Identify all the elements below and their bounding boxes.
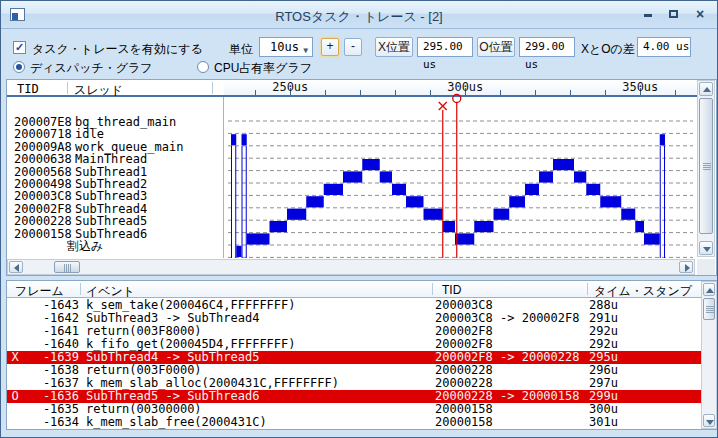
frame-cell: -1634 xyxy=(21,416,79,429)
table-vscroll-thumb[interactable] xyxy=(703,298,715,320)
scroll-up-button[interactable] xyxy=(703,283,715,296)
exec-block xyxy=(362,159,380,170)
thumb-grip-icon xyxy=(706,306,714,313)
thread-tid: 20000718 xyxy=(14,128,72,140)
graph-vscroll-thumb[interactable] xyxy=(699,98,713,234)
idle-spike-block xyxy=(660,134,665,145)
thread-list-row[interactable]: 割込み xyxy=(7,240,223,253)
timestamp-cell: 301u xyxy=(589,416,618,429)
x-position-value: 295.00 us xyxy=(417,37,473,57)
exec-block xyxy=(586,184,600,195)
thread-tid: 200003C8 xyxy=(14,190,72,202)
arrow-up-icon xyxy=(703,87,711,92)
dispatch-plot[interactable] xyxy=(224,92,697,258)
thread-tid: 20000568 xyxy=(14,166,72,178)
thread-name: SubThread6 xyxy=(75,228,147,240)
event-cell: k_mem_slab_free(2000431C) xyxy=(86,416,267,429)
rtos-task-trace-window: RTOSタスク・トレース - [2] × ✓ タスク・トレースを有効にする 単位… xyxy=(0,0,718,438)
graph-hscroll-thumb[interactable] xyxy=(54,261,80,273)
exec-block xyxy=(247,233,270,244)
minimize-icon xyxy=(644,14,652,17)
thread-name: SubThread1 xyxy=(75,166,147,178)
scroll-up-button[interactable] xyxy=(699,82,713,96)
chevron-down-icon: ▼ xyxy=(303,42,308,60)
unit-label: 単位 xyxy=(229,41,253,58)
scroll-down-button[interactable] xyxy=(699,241,713,255)
table-row[interactable]: -1634k_mem_slab_free(2000431C)2000015830… xyxy=(7,416,701,429)
thread-name: MainThread xyxy=(75,153,147,165)
exec-block xyxy=(443,221,455,232)
trace-enable-label: タスク・トレースを有効にする xyxy=(32,41,203,58)
check-icon: ✓ xyxy=(15,41,24,53)
exec-block xyxy=(343,171,362,182)
idle-spike-block xyxy=(231,134,236,145)
window-title: RTOSタスク・トレース - [2] xyxy=(1,8,717,26)
cpu-usage-radio[interactable] xyxy=(197,61,209,73)
trace-enable-checkbox[interactable]: ✓ xyxy=(13,41,26,54)
graph-hscrollbar[interactable] xyxy=(7,259,695,275)
scroll-left-button[interactable] xyxy=(9,261,23,273)
exec-block xyxy=(553,159,574,170)
exec-block xyxy=(644,233,660,244)
dispatch-graph-label: ディスパッチ・グラフ xyxy=(30,60,153,77)
unit-select[interactable]: 10us ▼ xyxy=(259,37,313,57)
scroll-right-button[interactable] xyxy=(679,261,693,273)
arrow-down-icon xyxy=(706,420,714,425)
cpu-usage-label: CPU占有率グラフ xyxy=(214,60,312,77)
thread-name: SubThread2 xyxy=(75,178,147,190)
thread-name: idle xyxy=(75,128,104,140)
column-divider xyxy=(212,82,213,94)
graph-vscrollbar[interactable] xyxy=(697,80,715,257)
tid-cell: 20000158 xyxy=(435,416,493,429)
xo-diff-value: 4.00 us xyxy=(637,37,691,57)
radio-dot-icon xyxy=(16,64,22,70)
o-marker-icon xyxy=(453,95,461,103)
scroll-down-button[interactable] xyxy=(703,414,715,427)
row-marker: X xyxy=(9,351,21,364)
x-position-button[interactable]: X位置 xyxy=(375,37,413,57)
table-vscrollbar[interactable] xyxy=(701,281,717,429)
thread-tid: 200002F8 xyxy=(14,203,72,215)
event-table-header: フレーム イベント TID タイム・スタンプ xyxy=(7,281,701,298)
exec-block xyxy=(474,221,493,232)
maximize-icon xyxy=(669,10,678,18)
dispatch-graph-radio[interactable] xyxy=(13,61,25,73)
thread-tid: 20000498 xyxy=(14,178,72,190)
exec-block xyxy=(380,171,392,182)
titlebar[interactable]: RTOSタスク・トレース - [2] × xyxy=(1,1,717,29)
exec-block xyxy=(406,196,424,207)
exec-block xyxy=(494,209,510,220)
exec-block xyxy=(621,209,635,220)
exec-block xyxy=(236,246,241,257)
o-position-value: 299.00 us xyxy=(519,37,575,57)
exec-block xyxy=(287,209,306,220)
arrow-left-icon xyxy=(14,264,19,272)
xo-diff-label: XとOの差 xyxy=(581,41,635,58)
unit-select-value: 10us xyxy=(270,40,299,54)
thumb-grip-icon xyxy=(703,163,711,170)
exec-block xyxy=(600,196,621,207)
thread-name: SubThread5 xyxy=(75,215,147,227)
idle-spike-block xyxy=(242,134,247,145)
thread-tid: 20000228 xyxy=(14,215,72,227)
row-marker: O xyxy=(9,390,21,403)
zoom-in-button[interactable]: + xyxy=(321,38,339,56)
minimize-button[interactable] xyxy=(639,7,657,23)
maximize-button[interactable] xyxy=(664,7,682,23)
close-button[interactable]: × xyxy=(691,7,709,23)
event-table-panel: フレーム イベント TID タイム・スタンプ -1643k_sem_take(2… xyxy=(6,280,717,430)
exec-block xyxy=(539,171,553,182)
thread-list-header: TID スレッド xyxy=(7,80,224,97)
thread-name: bg_thread_main xyxy=(75,116,176,128)
exec-block xyxy=(324,184,343,195)
thread-list-row[interactable]: 20000158SubThread6 xyxy=(7,228,223,241)
exec-block xyxy=(574,171,586,182)
thread-tid: 200009A8 xyxy=(14,141,72,153)
exec-block xyxy=(306,196,324,207)
o-position-button[interactable]: O位置 xyxy=(477,37,515,57)
exec-block xyxy=(455,233,474,244)
arrow-up-icon xyxy=(706,288,714,293)
arrow-right-icon xyxy=(685,264,690,272)
exec-block xyxy=(424,209,443,220)
zoom-out-button[interactable]: - xyxy=(344,38,362,56)
